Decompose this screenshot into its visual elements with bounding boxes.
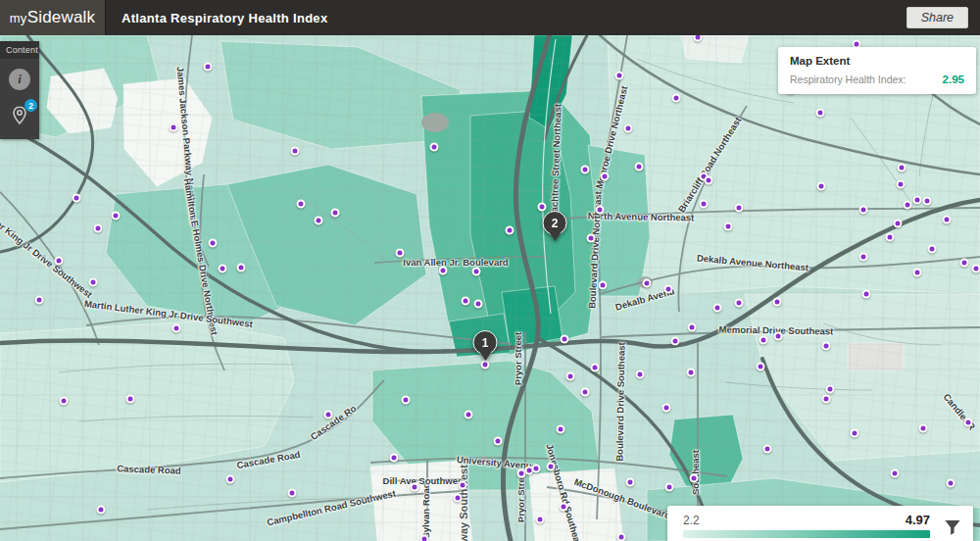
data-point-dot[interactable]	[662, 404, 671, 413]
data-point-dot[interactable]	[459, 481, 467, 490]
data-point-dot[interactable]	[862, 290, 871, 299]
data-point-dot[interactable]	[757, 363, 765, 371]
data-point-dot[interactable]	[923, 197, 932, 206]
data-point-dot[interactable]	[89, 278, 98, 287]
data-point-dot[interactable]	[35, 296, 44, 305]
data-point-dot[interactable]	[671, 337, 680, 346]
data-point-dot[interactable]	[331, 209, 340, 218]
data-point-dot[interactable]	[664, 285, 673, 294]
mysidewalk-logo[interactable]: mySidewalk	[0, 0, 106, 35]
data-point-dot[interactable]	[960, 259, 969, 268]
data-point-dot[interactable]	[536, 516, 545, 524]
data-point-dot[interactable]	[55, 257, 64, 266]
data-point-dot[interactable]	[94, 224, 103, 233]
data-point-dot[interactable]	[547, 463, 556, 471]
data-point-dot[interactable]	[170, 123, 178, 132]
data-point-dot[interactable]	[60, 397, 69, 406]
data-point-dot[interactable]	[532, 465, 541, 473]
data-point-dot[interactable]	[705, 176, 713, 185]
data-point-dot[interactable]	[774, 332, 783, 341]
data-point-dot[interactable]	[126, 395, 135, 404]
data-point-dot[interactable]	[506, 226, 514, 235]
data-point-dot[interactable]	[859, 206, 868, 215]
data-point-dot[interactable]	[826, 385, 835, 394]
data-point-dot[interactable]	[643, 279, 652, 288]
data-point-dot[interactable]	[763, 445, 772, 454]
data-point-dot[interactable]	[97, 506, 106, 515]
data-point-dot[interactable]	[724, 222, 733, 231]
data-point-dot[interactable]	[816, 109, 825, 118]
data-point-dot[interactable]	[596, 206, 605, 215]
data-point-dot[interactable]	[226, 475, 235, 484]
data-point-dot[interactable]	[237, 264, 246, 272]
data-point-dot[interactable]	[943, 216, 952, 224]
data-point-dot[interactable]	[919, 424, 928, 433]
data-point-dot[interactable]	[557, 425, 565, 434]
data-point-dot[interactable]	[690, 474, 699, 483]
data-point-dot[interactable]	[898, 164, 906, 172]
data-point-dot[interactable]	[591, 364, 600, 372]
share-button[interactable]: Share	[906, 7, 968, 28]
data-point-dot[interactable]	[822, 342, 831, 351]
data-point-dot[interactable]	[635, 163, 644, 172]
layers-pin-button[interactable]: 2	[8, 104, 31, 127]
data-point-dot[interactable]	[566, 372, 575, 381]
data-point-dot[interactable]	[472, 268, 481, 276]
data-point-dot[interactable]	[947, 479, 956, 488]
data-point-dot[interactable]	[672, 94, 681, 103]
data-point-dot[interactable]	[760, 336, 768, 345]
data-point-dot[interactable]	[494, 437, 503, 446]
data-point-dot[interactable]	[291, 147, 300, 156]
data-point-dot[interactable]	[891, 469, 900, 478]
data-point-dot[interactable]	[581, 166, 590, 174]
data-point-dot[interactable]	[560, 503, 568, 512]
data-point-dot[interactable]	[735, 299, 744, 308]
data-point-dot[interactable]	[112, 212, 121, 221]
data-point-dot[interactable]	[913, 269, 922, 277]
data-point-dot[interactable]	[624, 124, 633, 133]
data-point-dot[interactable]	[402, 396, 411, 405]
data-point-dot[interactable]	[465, 411, 473, 419]
data-point-dot[interactable]	[700, 200, 709, 209]
data-point-dot[interactable]	[688, 323, 697, 332]
data-point-dot[interactable]	[886, 233, 895, 242]
data-point-dot[interactable]	[439, 267, 448, 275]
data-point-dot[interactable]	[474, 300, 483, 309]
data-point-dot[interactable]	[928, 245, 937, 254]
map-marker-2[interactable]: 2	[543, 211, 567, 241]
data-point-dot[interactable]	[897, 180, 906, 189]
data-point-dot[interactable]	[822, 395, 831, 404]
data-point-dot[interactable]	[636, 370, 645, 379]
data-point-dot[interactable]	[615, 72, 624, 80]
data-point-dot[interactable]	[587, 234, 596, 243]
data-point-dot[interactable]	[454, 494, 463, 503]
data-point-dot[interactable]	[481, 361, 490, 369]
data-point-dot[interactable]	[626, 478, 635, 487]
legend-gradient-bar[interactable]	[683, 530, 930, 538]
data-point-dot[interactable]	[297, 200, 306, 209]
data-point-dot[interactable]	[913, 196, 922, 205]
data-point-dot[interactable]	[972, 265, 980, 273]
data-point-dot[interactable]	[964, 418, 973, 427]
data-point-dot[interactable]	[219, 265, 227, 273]
data-point-dot[interactable]	[601, 172, 610, 181]
data-point-dot[interactable]	[390, 454, 399, 463]
data-point-dot[interactable]	[209, 239, 218, 248]
data-point-dot[interactable]	[894, 220, 903, 228]
data-point-dot[interactable]	[396, 249, 405, 258]
data-point-dot[interactable]	[817, 182, 826, 191]
data-point-dot[interactable]	[420, 535, 429, 541]
data-point-dot[interactable]	[859, 253, 868, 262]
data-point-dot[interactable]	[204, 63, 213, 72]
data-point-dot[interactable]	[581, 388, 590, 397]
data-point-dot[interactable]	[315, 217, 323, 225]
data-point-dot[interactable]	[430, 143, 439, 152]
filter-icon[interactable]	[943, 517, 962, 537]
data-point-dot[interactable]	[324, 411, 333, 419]
data-point-dot[interactable]	[665, 483, 674, 492]
data-point-dot[interactable]	[904, 201, 912, 210]
data-point-dot[interactable]	[561, 335, 569, 344]
data-point-dot[interactable]	[172, 324, 181, 333]
data-point-dot[interactable]	[599, 281, 608, 290]
data-point-dot[interactable]	[687, 369, 696, 377]
